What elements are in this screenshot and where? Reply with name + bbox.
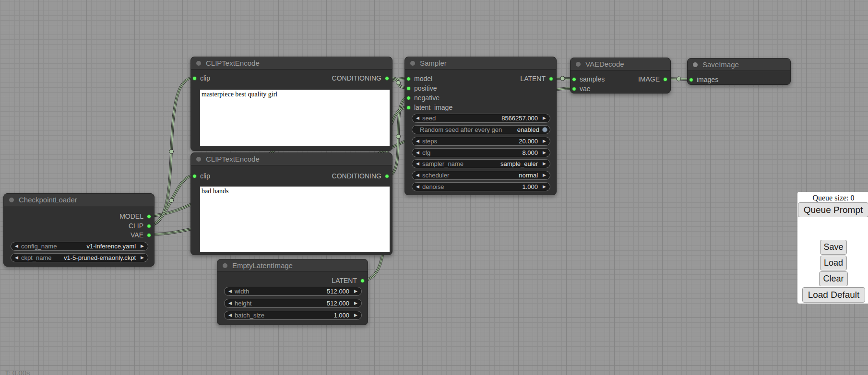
node-title-bar[interactable]: EmptyLatentImage <box>217 259 368 272</box>
decrement-arrow-icon[interactable]: ◀ <box>412 137 419 145</box>
input-dot-icon[interactable] <box>689 78 693 82</box>
output-dot-icon[interactable] <box>360 279 365 283</box>
input-slot-clip[interactable]: clip <box>192 73 210 83</box>
node-status-dot-icon[interactable] <box>693 62 698 67</box>
node-clip-text-encode-positive[interactable]: CLIPTextEncode clip CONDITIONING masterp… <box>190 57 392 151</box>
widget-value[interactable]: v1-inference.yaml <box>86 243 136 250</box>
decrement-arrow-icon[interactable]: ◀ <box>225 299 232 307</box>
node-title-bar[interactable]: Sampler <box>405 57 556 70</box>
node-sampler[interactable]: Sampler model positive negative latent_i… <box>404 57 557 195</box>
widget-value[interactable]: 8566257.000 <box>501 115 538 122</box>
node-title-bar[interactable]: CLIPTextEncode <box>191 57 392 70</box>
node-title-bar[interactable]: VAEDecode <box>571 58 670 70</box>
output-slot-model[interactable]: MODEL <box>119 211 151 221</box>
widget-value[interactable]: sample_euler <box>500 160 538 167</box>
decrement-arrow-icon[interactable]: ◀ <box>225 311 232 319</box>
decrement-arrow-icon[interactable]: ◀ <box>412 149 419 157</box>
input-slot-positive[interactable]: positive <box>406 83 437 93</box>
widget-value[interactable]: 8.000 <box>523 149 538 156</box>
widget-value[interactable]: 1.000 <box>523 183 538 190</box>
toggle-circle-icon[interactable] <box>542 127 547 132</box>
node-vae-decode[interactable]: VAEDecode samples vae IMAGE <box>570 58 671 94</box>
output-dot-icon[interactable] <box>147 233 151 237</box>
queue-prompt-button[interactable]: Queue Prompt <box>798 202 868 217</box>
save-button[interactable]: Save <box>820 240 847 255</box>
increment-arrow-icon[interactable]: ▶ <box>136 254 148 262</box>
output-dot-icon[interactable] <box>663 77 667 82</box>
decrement-arrow-icon[interactable]: ◀ <box>412 183 419 191</box>
decrement-arrow-icon[interactable]: ◀ <box>412 160 419 168</box>
decrement-arrow-icon[interactable]: ◀ <box>412 114 419 122</box>
graph-canvas[interactable]: T: 0.00s CheckpointLoader MODEL CLIP VAE… <box>0 0 868 375</box>
node-save-image[interactable]: SaveImage images <box>687 58 791 85</box>
input-dot-icon[interactable] <box>406 86 411 91</box>
widget-value[interactable]: 512.000 <box>327 300 349 307</box>
output-slot-image[interactable]: IMAGE <box>638 74 667 84</box>
widget-config-name[interactable]: ◀ config_name v1-inference.yaml ▶ <box>11 242 148 251</box>
output-slot-latent[interactable]: LATENT <box>332 276 365 285</box>
decrement-arrow-icon[interactable]: ◀ <box>225 287 232 295</box>
node-title-bar[interactable]: CheckpointLoader <box>4 194 154 206</box>
increment-arrow-icon[interactable]: ▶ <box>538 160 550 168</box>
input-slot-samples[interactable]: samples <box>572 74 605 84</box>
input-slot-negative[interactable]: negative <box>406 93 440 103</box>
output-dot-icon[interactable] <box>385 76 389 81</box>
widget-batch-size[interactable]: ◀ batch_size 1.000 ▶ <box>224 311 362 320</box>
input-dot-icon[interactable] <box>192 174 197 178</box>
widget-value[interactable]: 1.000 <box>334 312 350 319</box>
input-dot-icon[interactable] <box>406 77 411 81</box>
widget-scheduler[interactable]: ◀ scheduler normal ▶ <box>412 171 550 180</box>
node-title-bar[interactable]: CLIPTextEncode <box>191 153 392 165</box>
input-dot-icon[interactable] <box>406 105 411 110</box>
increment-arrow-icon[interactable]: ▶ <box>349 299 361 307</box>
load-button[interactable]: Load <box>820 256 847 270</box>
node-status-dot-icon[interactable] <box>576 62 581 67</box>
widget-value[interactable]: 20.000 <box>519 138 538 145</box>
prompt-textarea[interactable]: bad hands <box>200 187 390 252</box>
output-dot-icon[interactable] <box>385 174 389 178</box>
node-status-dot-icon[interactable] <box>9 198 14 202</box>
node-status-dot-icon[interactable] <box>223 263 227 268</box>
output-dot-icon[interactable] <box>147 214 151 219</box>
input-dot-icon[interactable] <box>572 87 576 91</box>
output-slot-conditioning[interactable]: CONDITIONING <box>332 73 389 83</box>
widget-sampler-name[interactable]: ◀ sampler_name sample_euler ▶ <box>412 159 550 168</box>
node-checkpoint-loader[interactable]: CheckpointLoader MODEL CLIP VAE ◀ config… <box>3 193 155 267</box>
widget-width[interactable]: ◀ width 512.000 ▶ <box>224 287 362 296</box>
increment-arrow-icon[interactable]: ▶ <box>538 171 550 179</box>
output-slot-vae[interactable]: VAE <box>131 230 151 240</box>
output-slot-conditioning[interactable]: CONDITIONING <box>332 171 389 181</box>
decrement-arrow-icon[interactable]: ◀ <box>11 254 18 262</box>
output-slot-latent[interactable]: LATENT <box>520 74 553 83</box>
widget-cfg[interactable]: ◀ cfg 8.000 ▶ <box>412 148 550 157</box>
widget-value[interactable]: v1-5-pruned-emaonly.ckpt <box>64 254 136 261</box>
input-slot-model[interactable]: model <box>406 74 432 83</box>
widget-height[interactable]: ◀ height 512.000 ▶ <box>224 299 362 308</box>
output-dot-icon[interactable] <box>549 77 553 81</box>
node-status-dot-icon[interactable] <box>196 61 201 66</box>
clear-button[interactable]: Clear <box>819 271 848 286</box>
increment-arrow-icon[interactable]: ▶ <box>538 183 550 191</box>
input-slot-latent-image[interactable]: latent_image <box>406 103 452 112</box>
decrement-arrow-icon[interactable]: ◀ <box>412 171 419 179</box>
output-slot-clip[interactable]: CLIP <box>129 221 151 231</box>
widget-random-seed-toggle[interactable]: Random seed after every gen enabled <box>412 125 550 134</box>
increment-arrow-icon[interactable]: ▶ <box>538 114 550 122</box>
input-slot-vae[interactable]: vae <box>572 84 591 94</box>
input-dot-icon[interactable] <box>572 77 576 82</box>
node-status-dot-icon[interactable] <box>196 157 201 162</box>
input-dot-icon[interactable] <box>406 96 411 100</box>
increment-arrow-icon[interactable]: ▶ <box>136 242 148 250</box>
output-dot-icon[interactable] <box>147 224 151 228</box>
decrement-arrow-icon[interactable]: ◀ <box>11 242 18 250</box>
widget-ckpt-name[interactable]: ◀ ckpt_name v1-5-pruned-emaonly.ckpt ▶ <box>11 253 148 262</box>
widget-denoise[interactable]: ◀ denoise 1.000 ▶ <box>412 182 550 191</box>
node-empty-latent-image[interactable]: EmptyLatentImage LATENT ◀ width 512.000 … <box>217 259 368 325</box>
load-default-button[interactable]: Load Default <box>802 287 865 303</box>
input-slot-images[interactable]: images <box>689 75 718 84</box>
input-dot-icon[interactable] <box>192 76 197 81</box>
widget-steps[interactable]: ◀ steps 20.000 ▶ <box>412 137 550 146</box>
increment-arrow-icon[interactable]: ▶ <box>538 149 550 157</box>
increment-arrow-icon[interactable]: ▶ <box>349 287 361 295</box>
widget-seed[interactable]: ◀ seed 8566257.000 ▶ <box>412 114 550 123</box>
